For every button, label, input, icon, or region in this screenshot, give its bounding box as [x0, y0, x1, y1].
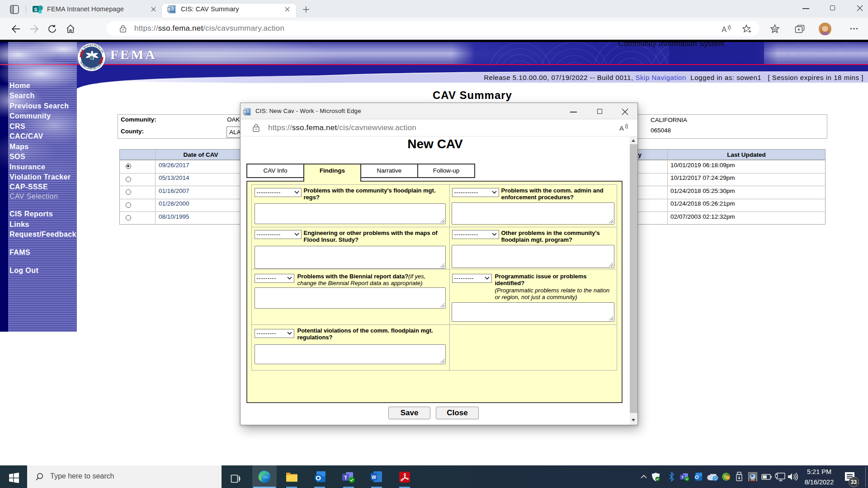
svg-text:O: O: [316, 474, 321, 482]
svg-text:T: T: [344, 475, 347, 480]
svg-text:T: T: [681, 475, 684, 479]
svg-text:O: O: [695, 474, 698, 480]
svg-text:A: A: [619, 124, 624, 132]
svg-text:W: W: [372, 474, 376, 480]
svg-text:A: A: [722, 26, 726, 33]
svg-text:S: S: [34, 7, 37, 12]
